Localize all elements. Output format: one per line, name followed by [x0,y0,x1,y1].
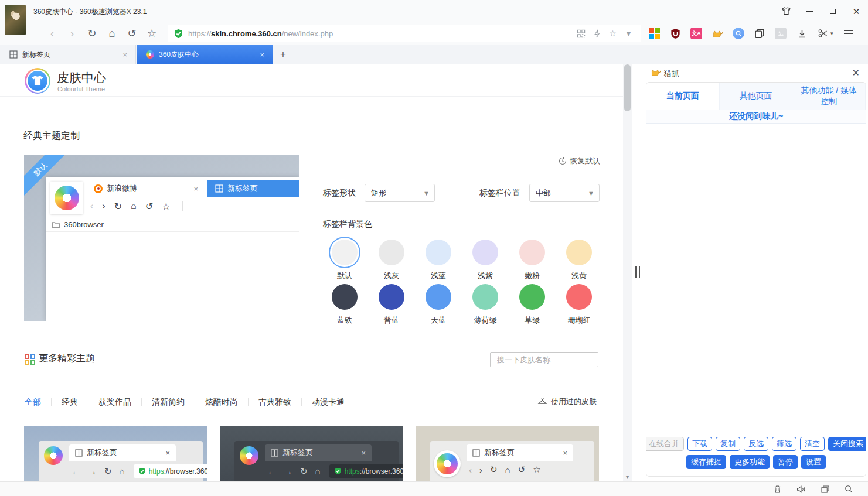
theme-preview-card[interactable]: 默认 新浪微博 × 新标签页 ‹ › ↻ ⌂ ↺ ☆ [24,155,299,321]
url-text[interactable]: https://skin.chrome.360.cn/new/index.php [188,29,333,38]
resize-handle[interactable] [635,266,640,278]
swatch-light-blue[interactable]: 浅蓝 [415,240,462,281]
back-icon[interactable]: ‹ [42,28,62,39]
tab-shape-select[interactable]: 矩形▼ [365,184,435,202]
swatch-prussian-blue[interactable]: 普蓝 [368,284,415,326]
theme-card-light[interactable]: 新标签页 × ←→↻⌂ https://browser.360 [24,426,207,481]
tab-close-icon[interactable]: × [260,50,264,59]
swatch-grass-green[interactable]: 草绿 [509,284,556,326]
back-icon: ← [267,466,276,476]
swatch-pink[interactable]: 嫩粉 [509,240,556,281]
download-button[interactable]: 下载 [687,437,712,451]
lightning-icon[interactable] [589,29,605,38]
status-bar [0,481,868,496]
chevron-down-icon[interactable]: ▾ [621,29,636,38]
filter-all[interactable]: 全部 [25,397,41,408]
skin-search-input[interactable] [497,355,600,364]
close-search-button[interactable]: 关闭搜索 [828,437,866,451]
reload-icon[interactable]: ↻ [82,28,102,39]
swatch-light-yellow[interactable]: 浅黄 [556,240,603,281]
address-bar[interactable]: https://skin.chrome.360.cn/new/index.php… [168,25,641,42]
filter-fresh[interactable]: 清新简约 [152,397,185,408]
translate-extension-icon[interactable]: 文A [690,28,702,39]
qr-code-icon[interactable] [573,29,589,38]
panel-close-icon[interactable]: ✕ [852,67,860,78]
tab-new-tab-page[interactable]: 新标签页 × [0,45,136,64]
copy-pages-extension-icon[interactable] [754,28,765,39]
page-search-icon[interactable] [845,485,853,493]
swatch-coral-red[interactable]: 珊瑚红 [556,284,603,326]
cache-capture-button[interactable]: 缓存捕捉 [686,455,726,469]
pause-button[interactable]: 暂停 [773,455,798,469]
undo-icon[interactable]: ↺ [122,28,142,39]
classic-theme-section-title: 经典主题定制 [23,130,80,142]
filter-classic[interactable]: 经典 [62,397,78,408]
mini-tab: 新标签页 × [467,444,573,461]
star-icon: ☆ [533,464,540,475]
image-extension-icon[interactable] [775,28,787,39]
home-icon[interactable]: ⌂ [102,28,122,39]
user-avatar[interactable] [5,5,26,35]
copy-button[interactable]: 复制 [716,437,740,451]
more-functions-button[interactable]: 更多功能 [730,455,770,469]
tab-other-functions[interactable]: 其他功能 / 媒体控制 [792,83,866,110]
used-skins-button[interactable]: 使用过的皮肤 [537,396,597,407]
search-extension-icon[interactable] [733,28,744,39]
skin-theme-icon[interactable] [774,0,798,22]
newtab-grid-icon [472,449,480,457]
merge-online-button[interactable]: 在线合并 [646,437,684,451]
ublock-shield-extension-icon[interactable] [669,28,681,39]
settings-button[interactable]: 设置 [801,455,826,469]
newtab-grid-icon [9,50,18,59]
swatch-light-gray[interactable]: 浅灰 [368,240,415,281]
mini-tab-weibo: 新浪微博 × [88,180,205,197]
tab-skin-center-active[interactable]: 360皮肤中心 × [137,45,273,64]
menu-icon[interactable] [844,30,853,37]
screenshot-scissors-icon[interactable]: ▾ [818,29,833,38]
restore-default-button[interactable]: 恢复默认 [559,156,600,166]
close-button[interactable]: ✕ [845,0,868,22]
theme-card-dark[interactable]: 新标签页 × ←→↻⌂ https://browser.360 [220,426,403,481]
maximize-button[interactable] [821,0,845,22]
filter-award[interactable]: 获奖作品 [98,397,131,408]
trash-icon[interactable] [774,485,781,493]
tab-label: 360皮肤中心 [159,50,199,60]
newtab-grid-icon [75,449,83,457]
swatch-light-purple[interactable]: 浅紫 [462,240,509,281]
new-tab-button[interactable]: + [275,47,291,61]
cat-catch-extension-icon[interactable] [712,28,723,39]
tab-position-select[interactable]: 中部▼ [529,184,600,202]
windows-layout-icon[interactable] [821,485,829,493]
invert-selection-button[interactable]: 反选 [744,437,768,451]
scrollbar-thumb[interactable] [624,64,631,111]
theme-card-beige[interactable]: 新标签页 × ‹›↻⌂↺☆ [416,426,599,481]
forward-icon[interactable]: › [62,28,82,39]
window-controls: ✕ [774,0,868,22]
scrollbar-down-arrow[interactable]: ▾ [623,474,632,480]
tab-close-icon[interactable]: × [122,50,127,59]
swatch-sky-blue[interactable]: 天蓝 [415,284,462,326]
skin-search-box[interactable] [490,352,598,367]
filter-anime[interactable]: 动漫卡通 [312,397,345,408]
download-icon[interactable] [797,29,807,39]
mini-tab-close-icon: × [165,449,170,457]
scissors-dropdown-caret[interactable]: ▾ [830,30,833,36]
swatch-blue-iron[interactable]: 蓝铁 [321,284,368,326]
swatch-default[interactable]: 默认 [321,240,368,281]
minimize-button[interactable] [798,0,821,22]
swatch-mint-green[interactable]: 薄荷绿 [462,284,509,326]
home-icon: ⌂ [131,201,137,211]
colorful-grid-extension-icon[interactable] [648,28,660,39]
cat-catch-buttons: 在线合并 下载 复制 反选 筛选 清空 关闭搜索 缓存捕捉 更多功能 暂停 设置 [646,437,866,470]
filter-elegant[interactable]: 古典雅致 [258,397,291,408]
filter-button[interactable]: 筛选 [772,437,796,451]
filter-cool[interactable]: 炫酷时尚 [205,397,238,408]
bookmark-star-icon[interactable]: ☆ [142,28,162,39]
tab-current-page[interactable]: 当前页面 [646,83,720,110]
site-shield-icon[interactable] [173,29,183,39]
main-scrollbar[interactable]: ▾ [623,64,632,481]
favorite-star-icon[interactable]: ☆ [605,29,621,38]
speaker-icon[interactable] [796,485,806,493]
tab-other-pages[interactable]: 其他页面 [720,83,793,110]
clear-button[interactable]: 清空 [800,437,825,451]
